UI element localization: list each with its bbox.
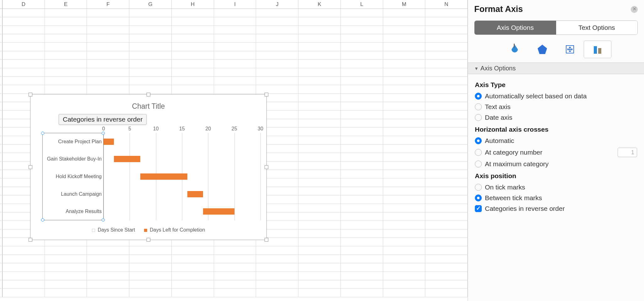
col-header[interactable]: F bbox=[87, 0, 129, 8]
group-horizontal-crosses: Horizontal axis crosses bbox=[475, 126, 637, 133]
col-header[interactable]: J bbox=[256, 0, 298, 8]
bar-segment[interactable] bbox=[140, 173, 187, 180]
at-category-number-input[interactable] bbox=[618, 148, 637, 157]
col-header[interactable]: E bbox=[45, 0, 87, 8]
resize-handle[interactable] bbox=[29, 238, 32, 242]
x-tick-label: 30 bbox=[258, 126, 263, 132]
col-header[interactable]: H bbox=[172, 0, 214, 8]
radio-icon bbox=[475, 194, 482, 201]
radio-icon bbox=[475, 149, 482, 156]
resize-handle[interactable] bbox=[147, 93, 150, 96]
tab-axis-options[interactable]: Axis Options bbox=[475, 21, 556, 35]
radio-date-axis[interactable]: Date axis bbox=[475, 114, 637, 121]
legend-item[interactable]: Days Left for Completion bbox=[144, 227, 205, 233]
axis-options-icon[interactable] bbox=[584, 41, 611, 58]
radio-between-tick-marks[interactable]: Between tick marks bbox=[475, 194, 637, 202]
bar-segment[interactable] bbox=[114, 156, 140, 162]
radio-icon bbox=[475, 93, 482, 100]
checkbox-categories-reverse[interactable]: Categories in reverse order bbox=[475, 205, 637, 212]
selection-handle[interactable] bbox=[41, 132, 44, 135]
radio-crosses-at-category[interactable]: At category number bbox=[475, 148, 637, 157]
svg-rect-3 bbox=[594, 46, 597, 54]
x-tick-label: 5 bbox=[128, 126, 131, 132]
legend-label: Days Left for Completion bbox=[150, 227, 205, 233]
effects-icon[interactable] bbox=[529, 41, 556, 58]
x-tick-label: 15 bbox=[179, 126, 185, 132]
col-header[interactable]: K bbox=[298, 0, 341, 8]
disclosure-triangle-icon: ▼ bbox=[474, 66, 479, 71]
bar-segment[interactable] bbox=[187, 191, 203, 197]
x-tick-label: 25 bbox=[232, 126, 237, 132]
section-axis-options[interactable]: ▼ Axis Options bbox=[468, 63, 644, 74]
x-tick-label: 10 bbox=[153, 126, 159, 132]
col-header[interactable]: D bbox=[3, 0, 45, 8]
legend[interactable]: Days Since Start Days Left for Completio… bbox=[36, 227, 261, 233]
legend-label: Days Since Start bbox=[98, 227, 135, 233]
col-header[interactable]: G bbox=[129, 0, 172, 8]
radio-crosses-automatic[interactable]: Automatic bbox=[475, 137, 637, 145]
size-properties-icon[interactable] bbox=[556, 41, 584, 58]
col-header[interactable]: L bbox=[341, 0, 383, 8]
col-header[interactable]: M bbox=[383, 0, 426, 8]
radio-icon bbox=[475, 103, 482, 110]
group-axis-type: Axis Type bbox=[475, 81, 637, 89]
resize-handle[interactable] bbox=[147, 238, 150, 242]
format-axis-pane: Format Axis ✕ Axis Options Text Options … bbox=[468, 0, 644, 301]
legend-item[interactable]: Days Since Start bbox=[92, 227, 135, 233]
selection-handle[interactable] bbox=[41, 218, 44, 222]
col-header[interactable]: I bbox=[214, 0, 256, 8]
x-tick-label: 0 bbox=[102, 126, 105, 132]
radio-crosses-at-max[interactable]: At maximum category bbox=[475, 160, 637, 168]
tooltip: Categories in reverse order bbox=[59, 114, 147, 125]
close-icon[interactable]: ✕ bbox=[631, 6, 638, 13]
group-axis-position: Axis position bbox=[475, 172, 637, 180]
radio-on-tick-marks[interactable]: On tick marks bbox=[475, 183, 637, 191]
radio-icon bbox=[475, 137, 482, 144]
checkbox-icon bbox=[475, 205, 482, 212]
x-tick-label: 20 bbox=[205, 126, 211, 132]
radio-icon bbox=[475, 114, 482, 121]
chart-title[interactable]: Chart Title bbox=[36, 102, 261, 111]
radio-icon bbox=[475, 184, 482, 191]
legend-swatch bbox=[92, 229, 95, 232]
section-label: Axis Options bbox=[480, 65, 516, 72]
radio-icon bbox=[475, 161, 482, 167]
bar-segment[interactable] bbox=[104, 139, 114, 145]
resize-handle[interactable] bbox=[29, 165, 32, 169]
resize-handle[interactable] bbox=[29, 93, 32, 96]
resize-handle[interactable] bbox=[265, 93, 268, 96]
resize-handle[interactable] bbox=[265, 165, 268, 169]
column-headers: D E F G H I J K L M N bbox=[0, 0, 468, 9]
col-header[interactable]: N bbox=[425, 0, 468, 8]
legend-swatch bbox=[144, 229, 147, 232]
fill-line-icon[interactable] bbox=[501, 41, 529, 58]
spreadsheet-grid[interactable]: D E F G H I J K L M N Chart Title Catego… bbox=[0, 0, 468, 301]
axis-selection[interactable] bbox=[42, 133, 104, 220]
bar-segment[interactable] bbox=[203, 208, 234, 215]
options-segmented-control[interactable]: Axis Options Text Options bbox=[474, 20, 638, 35]
svg-marker-1 bbox=[538, 45, 547, 54]
radio-text-axis[interactable]: Text axis bbox=[475, 103, 637, 111]
plot-area[interactable]: 051015202530 bbox=[104, 126, 260, 220]
svg-rect-0 bbox=[514, 44, 515, 48]
resize-handle[interactable] bbox=[265, 238, 268, 242]
svg-rect-4 bbox=[598, 48, 601, 54]
chart-object[interactable]: Chart Title Categories in reverse order … bbox=[30, 94, 267, 240]
pane-title: Format Axis bbox=[474, 4, 523, 14]
tab-text-options[interactable]: Text Options bbox=[556, 21, 638, 35]
radio-auto-select[interactable]: Automatically select based on data bbox=[475, 92, 637, 100]
